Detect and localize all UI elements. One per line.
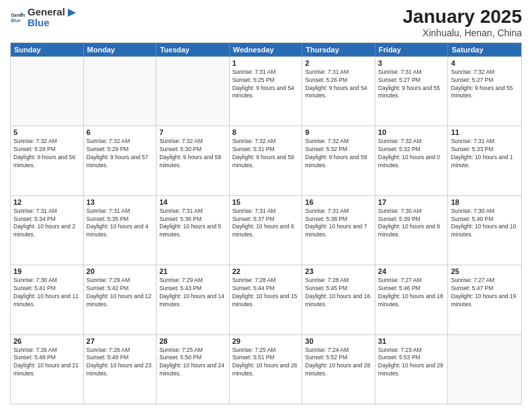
cell-info: Sunrise: 7:31 AMSunset: 5:25 PMDaylight:… xyxy=(232,68,300,101)
cell-date-number: 18 xyxy=(451,198,519,206)
cell-info: Sunrise: 7:32 AMSunset: 5:32 PMDaylight:… xyxy=(378,138,445,170)
cell-day-1: 1Sunrise: 7:31 AMSunset: 5:25 PMDaylight… xyxy=(230,57,303,126)
header: General Blue General Blue January 2025 X… xyxy=(10,7,522,38)
cell-day-4: 4Sunrise: 7:32 AMSunset: 5:27 PMDaylight… xyxy=(448,57,521,126)
cell-date-number: 24 xyxy=(378,267,445,275)
logo-icon: General Blue xyxy=(10,10,25,25)
cell-info: Sunrise: 7:25 AMSunset: 5:51 PMDaylight:… xyxy=(232,347,300,379)
cell-date-number: 1 xyxy=(232,59,300,67)
logo: General Blue General Blue xyxy=(10,7,77,28)
svg-text:Blue: Blue xyxy=(11,18,21,23)
cell-day-6: 6Sunrise: 7:32 AMSunset: 5:29 PMDaylight… xyxy=(84,126,157,195)
cell-date-number: 8 xyxy=(232,128,300,136)
header-sunday: Sunday xyxy=(11,43,84,56)
cell-day-14: 14Sunrise: 7:31 AMSunset: 5:36 PMDayligh… xyxy=(157,196,230,265)
cell-day-22: 22Sunrise: 7:28 AMSunset: 5:44 PMDayligh… xyxy=(230,265,303,334)
cell-info: Sunrise: 7:32 AMSunset: 5:31 PMDaylight:… xyxy=(232,138,300,170)
page: General Blue General Blue January 2025 X… xyxy=(0,0,532,411)
cell-info: Sunrise: 7:28 AMSunset: 5:44 PMDaylight:… xyxy=(232,277,300,309)
cell-date-number: 13 xyxy=(87,198,154,206)
cell-date-number: 28 xyxy=(159,337,226,345)
cell-date-number: 31 xyxy=(378,337,445,345)
cell-day-27: 27Sunrise: 7:26 AMSunset: 5:49 PMDayligh… xyxy=(84,335,157,404)
cell-day-29: 29Sunrise: 7:25 AMSunset: 5:51 PMDayligh… xyxy=(230,335,303,404)
cell-info: Sunrise: 7:26 AMSunset: 5:48 PMDaylight:… xyxy=(13,347,81,379)
calendar: Sunday Monday Tuesday Wednesday Thursday… xyxy=(10,42,522,404)
cell-day-20: 20Sunrise: 7:29 AMSunset: 5:42 PMDayligh… xyxy=(84,265,157,334)
header-friday: Friday xyxy=(375,43,449,56)
cell-empty xyxy=(84,57,157,126)
cell-day-9: 9Sunrise: 7:32 AMSunset: 5:32 PMDaylight… xyxy=(302,126,375,195)
cell-info: Sunrise: 7:32 AMSunset: 5:32 PMDaylight:… xyxy=(305,138,372,170)
cell-info: Sunrise: 7:32 AMSunset: 5:30 PMDaylight:… xyxy=(159,138,226,170)
cell-date-number: 10 xyxy=(378,128,445,136)
week-2: 5Sunrise: 7:32 AMSunset: 5:28 PMDaylight… xyxy=(11,126,521,195)
cell-empty xyxy=(448,335,521,404)
cell-day-13: 13Sunrise: 7:31 AMSunset: 5:35 PMDayligh… xyxy=(84,196,157,265)
cell-date-number: 16 xyxy=(305,198,372,206)
cell-day-2: 2Sunrise: 7:31 AMSunset: 5:26 PMDaylight… xyxy=(302,57,375,126)
cell-info: Sunrise: 7:29 AMSunset: 5:42 PMDaylight:… xyxy=(87,277,154,309)
logo-blue: Blue xyxy=(28,17,77,28)
page-subtitle: Xinhualu, Henan, China xyxy=(403,28,522,38)
header-saturday: Saturday xyxy=(448,43,521,56)
cell-info: Sunrise: 7:32 AMSunset: 5:29 PMDaylight:… xyxy=(87,138,154,170)
cell-date-number: 4 xyxy=(451,59,519,67)
cell-date-number: 15 xyxy=(232,198,300,206)
cell-date-number: 6 xyxy=(87,128,154,136)
cell-info: Sunrise: 7:30 AMSunset: 5:39 PMDaylight:… xyxy=(378,208,445,240)
cell-info: Sunrise: 7:32 AMSunset: 5:28 PMDaylight:… xyxy=(13,138,81,170)
cell-day-8: 8Sunrise: 7:32 AMSunset: 5:31 PMDaylight… xyxy=(230,126,303,195)
cell-date-number: 3 xyxy=(378,59,445,67)
cell-date-number: 14 xyxy=(159,198,226,206)
cell-day-21: 21Sunrise: 7:29 AMSunset: 5:43 PMDayligh… xyxy=(157,265,230,334)
svg-text:General: General xyxy=(11,13,25,17)
svg-marker-3 xyxy=(68,9,76,17)
logo-arrow-icon xyxy=(66,7,77,18)
cell-day-18: 18Sunrise: 7:30 AMSunset: 5:40 PMDayligh… xyxy=(448,196,521,265)
calendar-body: 1Sunrise: 7:31 AMSunset: 5:25 PMDaylight… xyxy=(11,56,521,404)
calendar-header: Sunday Monday Tuesday Wednesday Thursday… xyxy=(11,43,521,56)
cell-day-24: 24Sunrise: 7:27 AMSunset: 5:46 PMDayligh… xyxy=(375,265,449,334)
cell-date-number: 11 xyxy=(451,128,519,136)
cell-info: Sunrise: 7:31 AMSunset: 5:35 PMDaylight:… xyxy=(87,208,154,240)
cell-date-number: 7 xyxy=(159,128,226,136)
week-1: 1Sunrise: 7:31 AMSunset: 5:25 PMDaylight… xyxy=(11,56,521,126)
cell-date-number: 12 xyxy=(13,198,81,206)
cell-date-number: 17 xyxy=(378,198,445,206)
cell-date-number: 20 xyxy=(87,267,154,275)
cell-day-3: 3Sunrise: 7:31 AMSunset: 5:27 PMDaylight… xyxy=(375,57,449,126)
cell-empty xyxy=(157,57,230,126)
cell-info: Sunrise: 7:31 AMSunset: 5:34 PMDaylight:… xyxy=(13,208,81,240)
cell-day-5: 5Sunrise: 7:32 AMSunset: 5:28 PMDaylight… xyxy=(11,126,84,195)
cell-info: Sunrise: 7:31 AMSunset: 5:33 PMDaylight:… xyxy=(451,138,519,170)
header-wednesday: Wednesday xyxy=(230,43,303,56)
cell-empty xyxy=(11,57,84,126)
page-title: January 2025 xyxy=(403,7,522,28)
cell-info: Sunrise: 7:31 AMSunset: 5:36 PMDaylight:… xyxy=(159,208,226,240)
cell-date-number: 27 xyxy=(87,337,154,345)
cell-info: Sunrise: 7:31 AMSunset: 5:38 PMDaylight:… xyxy=(305,208,372,240)
cell-date-number: 26 xyxy=(13,337,81,345)
cell-date-number: 23 xyxy=(305,267,372,275)
cell-info: Sunrise: 7:27 AMSunset: 5:46 PMDaylight:… xyxy=(378,277,445,309)
header-monday: Monday xyxy=(84,43,157,56)
cell-day-28: 28Sunrise: 7:25 AMSunset: 5:50 PMDayligh… xyxy=(157,335,230,404)
cell-day-25: 25Sunrise: 7:27 AMSunset: 5:47 PMDayligh… xyxy=(448,265,521,334)
cell-date-number: 25 xyxy=(451,267,519,275)
cell-day-31: 31Sunrise: 7:23 AMSunset: 5:53 PMDayligh… xyxy=(375,335,449,404)
cell-info: Sunrise: 7:23 AMSunset: 5:53 PMDaylight:… xyxy=(378,347,445,379)
week-3: 12Sunrise: 7:31 AMSunset: 5:34 PMDayligh… xyxy=(11,195,521,265)
cell-date-number: 29 xyxy=(232,337,300,345)
cell-day-10: 10Sunrise: 7:32 AMSunset: 5:32 PMDayligh… xyxy=(375,126,449,195)
cell-day-16: 16Sunrise: 7:31 AMSunset: 5:38 PMDayligh… xyxy=(302,196,375,265)
cell-info: Sunrise: 7:31 AMSunset: 5:26 PMDaylight:… xyxy=(305,68,372,101)
week-4: 19Sunrise: 7:30 AMSunset: 5:41 PMDayligh… xyxy=(11,265,521,334)
cell-info: Sunrise: 7:31 AMSunset: 5:27 PMDaylight:… xyxy=(378,68,445,101)
cell-date-number: 22 xyxy=(232,267,300,275)
cell-info: Sunrise: 7:31 AMSunset: 5:37 PMDaylight:… xyxy=(232,208,300,240)
cell-date-number: 30 xyxy=(305,337,372,345)
cell-date-number: 2 xyxy=(305,59,372,67)
cell-info: Sunrise: 7:30 AMSunset: 5:41 PMDaylight:… xyxy=(13,277,81,309)
cell-date-number: 9 xyxy=(305,128,372,136)
